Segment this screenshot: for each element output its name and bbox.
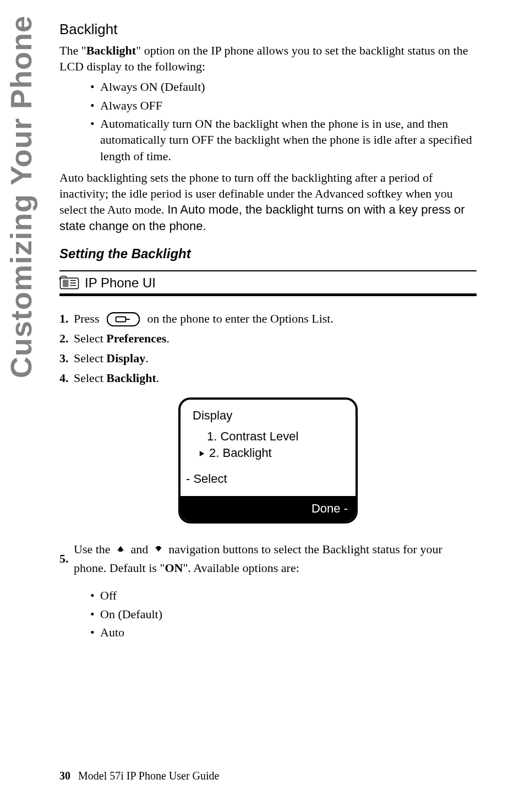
step2-b: . <box>166 331 169 345</box>
page-footer: 30Model 57i IP Phone User Guide <box>59 770 219 782</box>
page-number: 30 <box>59 770 70 782</box>
step-3: 3. Select Display. <box>59 349 477 368</box>
lcd-select-softkey: - Select <box>181 472 356 496</box>
section-title: Backlight <box>59 21 477 38</box>
ip-phone-ui-box: IP Phone UI <box>59 270 477 296</box>
step4-a: Select <box>74 371 106 385</box>
step1-b: on the phone to enter the Options List. <box>147 312 333 325</box>
bullet-list-1: Always ON (Default) Always OFF Automatic… <box>59 79 477 164</box>
setting-heading: Setting the Backlight <box>59 246 477 261</box>
intro-open: The " <box>59 43 86 57</box>
step-number: 4. <box>59 369 74 388</box>
ip-phone-ui-title: IP Phone UI <box>85 275 156 291</box>
list-item: Off <box>90 587 477 603</box>
list-item: On (Default) <box>90 606 477 622</box>
doc-title: Model 57i IP Phone User Guide <box>78 770 219 782</box>
step2-bold: Preferences <box>106 331 166 345</box>
step2-a: Select <box>74 331 106 345</box>
step3-a: Select <box>74 351 106 365</box>
step-2: 2. Select Preferences. <box>59 329 477 348</box>
step-4: 4. Select Backlight. <box>59 369 477 388</box>
options-key-icon <box>107 312 140 326</box>
steps-list-2: 5. Use the and navigation buttons to sel… <box>59 540 477 577</box>
svg-rect-1 <box>63 280 69 287</box>
intro-paragraph: The "Backlight" option on the IP phone a… <box>59 42 477 74</box>
list-item: Auto <box>90 624 477 640</box>
lcd-option-1: 1. Contrast Level <box>199 428 343 445</box>
bullet-list-2: Off On (Default) Auto <box>59 587 477 640</box>
step3-b: . <box>145 351 149 365</box>
step-1: 1. Press on the phone to enter the Optio… <box>59 309 477 328</box>
list-item: Automatically turn ON the backlight when… <box>90 116 477 164</box>
step5-pre: Use the <box>74 542 111 556</box>
step1-a: Press <box>74 312 99 325</box>
lcd-option-2: 2. Backlight <box>199 445 343 461</box>
step5-tail-bold: ON <box>165 561 183 575</box>
step4-b: . <box>156 371 160 385</box>
step4-bold: Backlight <box>106 371 156 385</box>
step-number: 5. <box>59 549 74 568</box>
step5-tail-b: ". Available options are: <box>183 561 299 575</box>
svg-marker-8 <box>200 451 204 456</box>
step-5: 5. Use the and navigation buttons to sel… <box>59 540 477 577</box>
lcd-opt1-text: 1. Contrast Level <box>207 428 298 445</box>
list-item: Always OFF <box>90 97 477 113</box>
step3-bold: Display <box>106 351 145 365</box>
intro-bold: Backlight <box>86 43 136 57</box>
sidebar-tab: Customizing Your Phone <box>0 15 41 390</box>
svg-rect-5 <box>107 313 140 326</box>
phone-icon <box>59 275 79 291</box>
auto-backlight-paragraph: Auto backlighting sets the phone to turn… <box>59 170 477 233</box>
lcd-title: Display <box>181 408 356 426</box>
svg-marker-9 <box>117 546 124 552</box>
lcd-opt2-text: 2. Backlight <box>209 445 272 461</box>
lcd-done-softkey: Done - <box>181 496 356 521</box>
svg-marker-10 <box>155 546 162 552</box>
step-number: 3. <box>59 349 74 368</box>
step5-mid: and <box>131 542 149 556</box>
steps-list: 1. Press on the phone to enter the Optio… <box>59 309 477 388</box>
down-arrow-icon <box>154 544 163 556</box>
step-number: 2. <box>59 329 74 348</box>
lcd-screenshot: Display 1. Contrast Level 2. Backlight -… <box>178 397 358 524</box>
list-item: Always ON (Default) <box>90 79 477 95</box>
step-number: 1. <box>59 309 74 328</box>
up-arrow-icon <box>116 544 125 556</box>
